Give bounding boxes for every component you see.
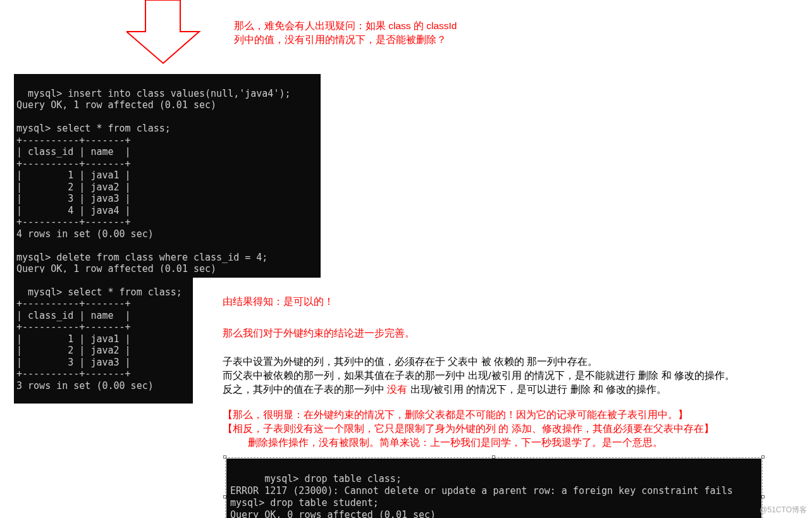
result-explanation: 由结果得知：是可以的！ 那么我们对于外键约束的结论进一步完善。 子表中设置为外键… xyxy=(223,292,735,450)
terminal-output-1: mysql> insert into class values(null,'ja… xyxy=(14,74,321,278)
terminal-output-3-selection: mysql> drop table class; ERROR 1217 (230… xyxy=(225,457,763,518)
resize-handle[interactable] xyxy=(223,495,226,498)
resize-handle[interactable] xyxy=(761,455,765,459)
result-line4c: 删除操作操作，没有被限制。简单来说：上一秒我们是同学，下一秒我退学了。是一个意思… xyxy=(223,436,735,450)
result-line4b: 【相反，子表则没有这一个限制，它只是限制了身为外键的列 的 添加、修改操作，其值… xyxy=(223,422,735,436)
result-line2: 那么我们对于外键约束的结论进一步完善。 xyxy=(223,323,735,343)
watermark: @51CTO博客 xyxy=(760,505,807,515)
result-line1: 由结果得知：是可以的！ xyxy=(223,292,735,312)
result-line3b: 而父表中被依赖的那一列，如果其值在子表的那一列中 出现/被引用 的情况下，是不能… xyxy=(223,369,735,383)
terminal-output-3: mysql> drop table class; ERROR 1217 (230… xyxy=(226,459,761,518)
result-line4a: 【那么，很明显：在外键约束的情况下，删除父表都是不可能的！因为它的记录可能在被子… xyxy=(223,408,735,422)
down-arrow-icon xyxy=(126,0,202,66)
terminal-output-2: mysql> select * from class; +----------+… xyxy=(14,273,193,404)
resize-handle[interactable] xyxy=(492,455,495,459)
result-3c-red: 没有 xyxy=(387,384,407,395)
result-3c-post: 出现/被引用 的情况下，是可以进行 删除 和 修改的操作。 xyxy=(407,384,667,395)
resize-handle[interactable] xyxy=(761,495,765,498)
question-line2: 列中的值，没有引用的情况下，是否能被删除？ xyxy=(234,34,446,45)
question-line1: 那么，难免会有人出现疑问：如果 class 的 classId xyxy=(234,20,457,31)
result-line3c: 反之，其列中的值在子表的那一列中 没有 出现/被引用 的情况下，是可以进行 删除… xyxy=(223,383,735,397)
terminal3-content: mysql> drop table class; ERROR 1217 (230… xyxy=(230,473,733,518)
result-line3a: 子表中设置为外键的列，其列中的值，必须存在于 父表中 被 依赖的 那一列中存在。 xyxy=(223,355,735,369)
result-3c-pre: 反之，其列中的值在子表的那一列中 xyxy=(223,384,387,395)
svg-marker-0 xyxy=(126,0,199,63)
terminal2-content: mysql> select * from class; +----------+… xyxy=(16,287,182,404)
question-text: 那么，难免会有人出现疑问：如果 class 的 classId 列中的值，没有引… xyxy=(234,19,457,47)
resize-handle[interactable] xyxy=(223,455,226,459)
terminal1-content: mysql> insert into class values(null,'ja… xyxy=(16,88,290,275)
